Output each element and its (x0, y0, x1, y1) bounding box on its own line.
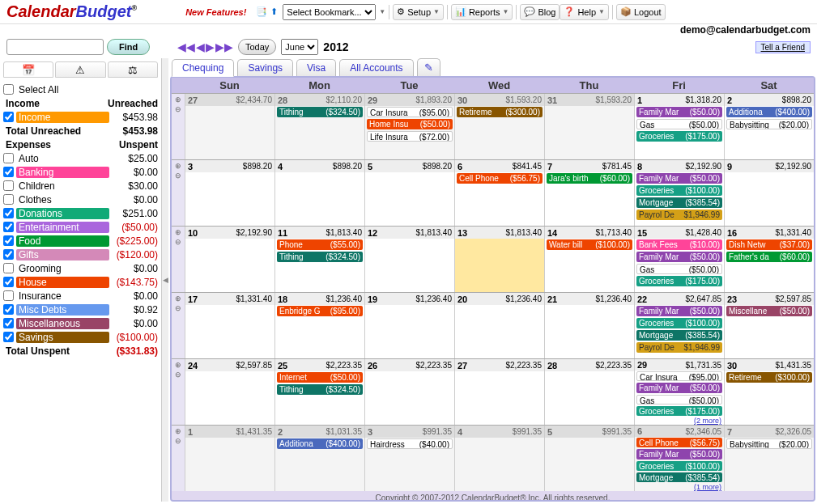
cat-check[interactable] (3, 208, 14, 218)
collapse-week-icon[interactable]: ⊖ (175, 238, 181, 246)
cat-check[interactable] (3, 167, 14, 177)
today-button[interactable]: Today (238, 39, 276, 55)
cat-check[interactable] (3, 194, 14, 205)
calendar-event[interactable]: Cell Phone($56.75) (636, 438, 722, 447)
day-cell[interactable]: 28$2,223.35 (544, 359, 634, 425)
calendar-event[interactable]: Dish Netw($37.00) (726, 239, 812, 250)
day-cell[interactable]: 3$991.35Hairdress($40.00) (364, 426, 454, 491)
day-cell[interactable]: 5$898.20 (364, 160, 454, 226)
cat-check[interactable] (3, 277, 14, 287)
day-cell[interactable]: 26$2,223.35 (364, 359, 454, 425)
cat-check[interactable] (3, 318, 14, 328)
collapse-week-icon[interactable]: ⊖ (175, 371, 181, 379)
bookmark-select[interactable]: Select Bookmark... (283, 4, 376, 20)
cat-label[interactable]: Entertainment (16, 222, 109, 233)
calendar-event[interactable]: Payrol De$1,946.99 (636, 342, 722, 353)
day-cell[interactable]: 2$1,031.35Additiona($400.00) (274, 426, 364, 491)
setup-button[interactable]: ⚙Setup▼ (393, 4, 444, 20)
expand-week-icon[interactable]: ⊕ (175, 294, 181, 303)
cat-check[interactable] (3, 290, 14, 301)
day-cell[interactable]: 29$1,731.35Car Insura($95.00)Family Mar(… (634, 359, 724, 425)
day-cell[interactable]: 27$2,434.70 (185, 94, 274, 159)
day-cell[interactable]: 4$991.35 (454, 426, 544, 491)
find-button[interactable]: Find (107, 39, 150, 55)
calendar-event[interactable]: Groceries($100.00) (636, 318, 722, 328)
tell-a-friend-button[interactable]: Tell a Friend (755, 41, 811, 53)
collapse-week-icon[interactable]: ⊖ (175, 105, 181, 113)
calendar-event[interactable]: Gas($50.00) (636, 119, 722, 129)
calendar-event[interactable]: Father's da($60.00) (726, 252, 812, 262)
select-all-checkbox[interactable] (3, 84, 14, 95)
cat-label[interactable]: Insurance (16, 290, 109, 302)
cat-label[interactable]: Income (16, 112, 109, 123)
day-cell[interactable]: 24$2,597.85 (185, 359, 274, 425)
more-events-link[interactable]: (2 more) (635, 417, 724, 425)
calendar-event[interactable]: Additiona($400.00) (726, 107, 812, 117)
calendar-event[interactable]: Tithing($324.50) (277, 107, 363, 117)
cat-label[interactable]: Clothes (16, 194, 109, 205)
prev-month-icon[interactable]: ◀ (196, 40, 205, 53)
more-events-link[interactable]: (1 more) (635, 483, 724, 491)
calendar-event[interactable]: Mortgage($385.54) (636, 330, 722, 341)
sidebar-tab-alert[interactable]: ⚠ (55, 61, 105, 78)
calendar-event[interactable]: Retireme($300.00) (457, 107, 543, 117)
calendar-event[interactable]: Payrol De$1,946.99 (636, 210, 722, 220)
day-cell[interactable]: 11$1,813.40Phone($55.00)Tithing($324.50) (274, 227, 364, 292)
day-cell[interactable]: 4$898.20 (274, 160, 364, 226)
cat-check[interactable] (3, 304, 14, 315)
day-cell[interactable]: 6$841.45Cell Phone($56.75) (454, 160, 544, 226)
day-cell[interactable]: 12$1,813.40 (364, 227, 454, 292)
collapse-week-icon[interactable]: ⊖ (175, 172, 181, 180)
calendar-event[interactable]: Tithing($324.50) (277, 384, 363, 395)
logout-button[interactable]: 📦Logout (616, 4, 666, 20)
cat-label[interactable]: Grooming (16, 263, 109, 274)
expand-week-icon[interactable]: ⊕ (175, 228, 181, 236)
calendar-event[interactable]: Groceries($175.00) (636, 406, 722, 416)
bookmark-icon[interactable]: 📑 (256, 6, 267, 17)
collapse-week-icon[interactable]: ⊖ (175, 304, 181, 312)
edit-accounts-button[interactable]: ✎ (417, 58, 440, 76)
calendar-event[interactable]: Family Mar($50.00) (636, 107, 722, 117)
day-cell[interactable]: 7$2,326.05Babysitting($20.00) (724, 426, 814, 491)
account-tab[interactable]: Visa (296, 59, 336, 76)
calendar-event[interactable]: Cell Phone($56.75) (457, 173, 543, 184)
cat-check[interactable] (3, 263, 14, 273)
day-cell[interactable]: 17$1,331.40 (185, 293, 274, 358)
calendar-event[interactable]: Groceries($100.00) (636, 185, 722, 196)
account-tab[interactable]: All Accounts (339, 59, 413, 76)
calendar-event[interactable]: Family Mar($50.00) (636, 252, 722, 262)
sidebar-collapse-handle[interactable]: ◀ (162, 58, 168, 502)
day-cell[interactable]: 29$1,893.20Car Insura($95.00)Home Insu($… (364, 94, 454, 159)
cat-label[interactable]: Gifts (16, 249, 109, 260)
cat-check[interactable] (3, 180, 14, 191)
day-cell[interactable]: 28$2,110.20Tithing($324.50) (274, 94, 364, 159)
cat-check-income[interactable] (3, 112, 14, 122)
day-cell[interactable]: 22$2,647.85Family Mar($50.00)Groceries($… (634, 293, 724, 358)
day-cell[interactable]: 16$1,331.40Dish Netw($37.00)Father's da(… (724, 227, 814, 292)
cat-label[interactable]: Miscellaneous (16, 318, 109, 329)
calendar-event[interactable]: Family Mar($50.00) (636, 306, 722, 316)
collapse-week-icon[interactable]: ⊖ (175, 437, 181, 445)
calendar-event[interactable]: Family Mar($50.00) (636, 173, 722, 184)
sidebar-tab-calendar[interactable]: 📅 (3, 61, 53, 78)
calendar-event[interactable]: Retireme($300.00) (726, 372, 812, 383)
cat-label[interactable]: Auto (16, 153, 109, 164)
day-cell[interactable]: 20$1,236.40 (454, 293, 544, 358)
calendar-event[interactable]: Life Insura($72.00) (367, 131, 453, 142)
day-cell[interactable]: 21$1,236.40 (544, 293, 634, 358)
day-cell[interactable]: 1$1,431.35 (185, 426, 274, 491)
cat-label[interactable]: Children (16, 180, 109, 192)
next-month-icon[interactable]: ▶ (206, 40, 215, 53)
cat-check[interactable] (3, 153, 14, 163)
calendar-event[interactable]: Groceries($100.00) (636, 461, 722, 471)
calendar-event[interactable]: Jara's birth($60.00) (547, 173, 632, 184)
day-cell[interactable]: 31$1,593.20 (544, 94, 634, 159)
calendar-event[interactable]: Internet($50.00) (277, 372, 363, 383)
day-cell[interactable]: 30$1,593.20Retireme($300.00) (454, 94, 544, 159)
calendar-event[interactable]: Babysitting($20.00) (726, 438, 812, 449)
calendar-event[interactable]: Bank Fees($10.00) (636, 239, 722, 250)
calendar-event[interactable]: Phone($55.00) (277, 239, 363, 250)
calendar-event[interactable]: Babysitting($20.00) (726, 119, 812, 129)
calendar-event[interactable]: Car Insura($95.00) (367, 107, 453, 117)
cat-check[interactable] (3, 235, 14, 246)
